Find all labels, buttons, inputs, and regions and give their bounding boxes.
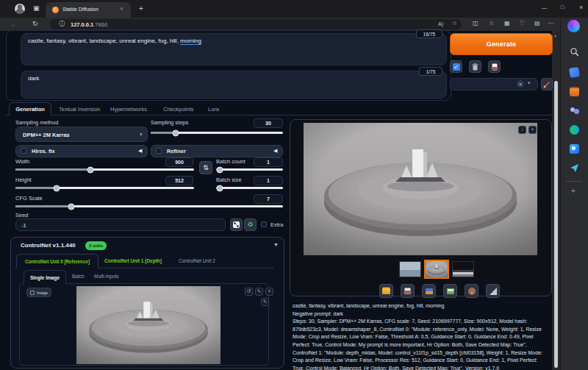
reuse-seed-button[interactable]: ♻ xyxy=(244,218,257,231)
refiner-label: Refiner xyxy=(167,149,186,154)
generate-button[interactable]: Generate xyxy=(450,33,553,55)
controlnet-image-edit-icon[interactable]: ✎ xyxy=(255,288,263,296)
height-slider[interactable] xyxy=(15,187,194,189)
new-tab-button[interactable]: + xyxy=(139,5,143,13)
batch-count-value[interactable]: 1 xyxy=(254,157,283,167)
styles-caret-icon[interactable]: ▾ xyxy=(528,80,531,85)
width-value[interactable]: 900 xyxy=(165,157,193,167)
sidebar-divider xyxy=(566,181,582,182)
batch-size-value[interactable]: 1 xyxy=(254,176,283,185)
seed-input[interactable] xyxy=(15,218,226,231)
profile-avatar[interactable] xyxy=(15,4,25,14)
download-image-icon[interactable]: ↓ xyxy=(518,126,526,134)
controlnet-unit0-tab[interactable]: ControlNet Unit 0 [Reference] xyxy=(16,254,98,268)
controlnet-image-chip: Image xyxy=(26,288,51,297)
browser-essentials-icon[interactable]: ♡ xyxy=(520,21,525,26)
batch-size-slider[interactable] xyxy=(216,187,283,189)
gallery-thumbnail-2-selected[interactable] xyxy=(424,260,449,279)
people-icon[interactable] xyxy=(570,106,579,115)
hires-fix-checkbox[interactable] xyxy=(21,148,26,154)
tools-icon[interactable] xyxy=(570,87,579,96)
shopping-icon[interactable] xyxy=(569,67,580,78)
paste-params-button[interactable]: ↙ xyxy=(450,60,462,73)
window-maximize-button[interactable]: □ xyxy=(561,4,564,10)
scrollbar-thumb[interactable] xyxy=(554,81,558,368)
swap-dimensions-button[interactable]: ⇅ xyxy=(199,161,212,174)
refiner-checkbox[interactable] xyxy=(156,148,162,154)
window-close-button[interactable]: × xyxy=(579,4,583,11)
sampling-method-caret-icon[interactable]: ▾ xyxy=(140,132,143,137)
send-to-inpaint-button[interactable] xyxy=(465,284,478,298)
read-aloud-icon[interactable]: A) xyxy=(438,21,443,26)
drop-icon[interactable] xyxy=(570,163,579,173)
trash-icon xyxy=(472,63,478,71)
reading-list-icon[interactable]: ▤ xyxy=(534,21,540,26)
refresh-icon[interactable]: ↻ xyxy=(32,21,38,27)
tab-textual-inversion[interactable]: Textual Inversion xyxy=(59,106,100,113)
controlnet-unit1-tab[interactable]: ControlNet Unit 1 [Depth] xyxy=(104,258,162,263)
random-seed-button[interactable] xyxy=(230,218,243,231)
prompt-token-counter: 16/75 xyxy=(416,29,442,38)
multi-inputs-tab[interactable]: Multi-Inputs xyxy=(94,274,119,279)
photos-icon[interactable] xyxy=(570,144,579,154)
styles-clear-icon[interactable]: × xyxy=(517,80,524,88)
save-image-button[interactable] xyxy=(401,284,415,298)
height-value[interactable]: 512 xyxy=(165,176,193,185)
sidebar-add-icon[interactable]: + xyxy=(571,188,576,195)
cfg-scale-value[interactable]: 7 xyxy=(254,194,283,204)
sampling-steps-value[interactable]: 30 xyxy=(254,118,283,128)
extra-seed-checkbox[interactable] xyxy=(261,221,267,227)
controlnet-image-sketch-icon[interactable]: ✎ xyxy=(261,298,269,306)
tab-lora[interactable]: Lora xyxy=(208,106,219,113)
send-to-extras-button[interactable] xyxy=(486,284,500,298)
controlnet-unit2-tab[interactable]: ControlNet Unit 2 xyxy=(179,258,215,263)
save-icon xyxy=(404,288,411,294)
controlnet-collapse-icon[interactable]: ▼ xyxy=(273,242,279,247)
controlnet-input-image[interactable] xyxy=(76,286,220,364)
controlnet-image-undo-icon[interactable]: ↺ xyxy=(245,288,253,296)
open-folder-button[interactable] xyxy=(379,284,393,298)
clear-prompt-button[interactable] xyxy=(469,60,481,73)
more-menu-icon[interactable]: ⋯ xyxy=(548,21,553,26)
url-bar[interactable] xyxy=(50,19,462,29)
save-zip-button[interactable] xyxy=(422,284,436,298)
single-image-tab[interactable]: Single Image xyxy=(24,270,66,284)
controlnet-image-clear-icon[interactable]: × xyxy=(265,288,273,296)
cfg-scale-slider[interactable] xyxy=(15,205,283,207)
tab-hypernetworks[interactable]: Hypernetworks xyxy=(110,106,147,113)
controlnet-image-chip-label: Image xyxy=(37,291,48,295)
sampling-steps-slider[interactable] xyxy=(151,132,283,134)
favorites-bar-icon[interactable]: ☆ xyxy=(489,21,494,26)
tab-close-icon[interactable]: × xyxy=(120,6,123,12)
workspaces-icon[interactable]: ▣ xyxy=(33,5,40,12)
styles-dropdown[interactable] xyxy=(450,78,538,90)
collections-icon[interactable]: ▦ xyxy=(504,21,510,26)
favorite-star-icon[interactable]: ☆ xyxy=(452,21,457,26)
width-slider[interactable] xyxy=(15,168,194,171)
batch-tab[interactable]: Batch xyxy=(72,274,85,279)
gallery-thumbnail-3[interactable] xyxy=(452,261,474,277)
hires-fix-collapse-icon[interactable]: ◀ xyxy=(138,148,142,153)
extra-networks-button[interactable] xyxy=(488,60,501,73)
tab-generation[interactable]: Generation xyxy=(9,102,51,115)
tab-checkpoints[interactable]: Checkpoints xyxy=(163,106,193,113)
edit-styles-button[interactable] xyxy=(541,78,553,90)
scroll-up-icon[interactable]: ▲ xyxy=(553,33,557,38)
refiner-collapse-icon[interactable]: ◀ xyxy=(273,148,277,153)
batch-count-slider[interactable] xyxy=(216,168,283,171)
single-image-label: Single Image xyxy=(30,275,60,280)
search-icon[interactable] xyxy=(570,47,579,57)
output-main-image[interactable] xyxy=(304,123,537,255)
split-screen-icon[interactable]: ◫ xyxy=(473,21,478,26)
copilot-icon[interactable] xyxy=(567,20,580,32)
site-info-icon[interactable]: ⓘ xyxy=(59,21,65,27)
send-to-img2img-button[interactable] xyxy=(443,284,457,298)
controlnet-title[interactable]: ControlNet v1.1.440 xyxy=(21,242,76,249)
negative-prompt-textarea[interactable] xyxy=(21,71,447,99)
window-minimize-button[interactable]: — xyxy=(542,5,547,10)
back-icon[interactable]: ← xyxy=(10,21,18,28)
url-port: :7860 xyxy=(93,21,107,28)
close-preview-icon[interactable]: × xyxy=(528,126,537,134)
games-icon[interactable] xyxy=(570,125,579,135)
gallery-thumbnail-1[interactable] xyxy=(399,261,421,277)
